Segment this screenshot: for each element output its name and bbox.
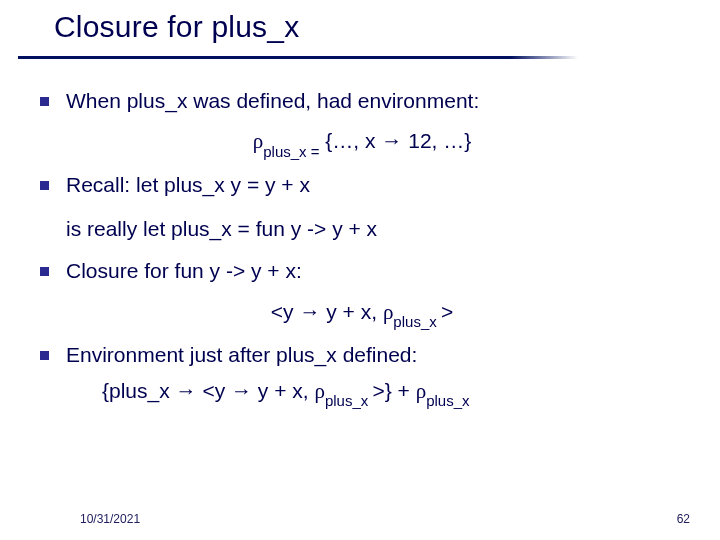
bullet-1-text: When plus_x was defined, had environment… xyxy=(66,89,479,112)
slide-title: Closure for plus_x xyxy=(54,10,720,44)
final-a: {plus_x → <y → y + x, xyxy=(102,379,314,402)
bullet-3: Closure for fun y -> y + x: xyxy=(36,257,688,285)
closure-post: > xyxy=(441,300,453,323)
rho-symbol: ρ xyxy=(253,129,263,153)
rho-symbol: ρ xyxy=(314,379,324,403)
bullet-4-text: Environment just after plus_x defined: xyxy=(66,343,417,366)
bullet-3-code: fun y -> y + x xyxy=(175,259,296,282)
env-line: ρplus_x = {…, x → 12, …} xyxy=(36,129,688,156)
bullet-icon xyxy=(40,97,49,106)
bullet-icon xyxy=(40,267,49,276)
is-really-code: let plus_x = fun y -> y + x xyxy=(143,217,377,240)
final-env-line: {plus_x → <y → y + x, ρplus_x >} + ρplus… xyxy=(36,379,688,406)
is-really-pre: is really xyxy=(66,217,143,240)
content-area: When plus_x was defined, had environment… xyxy=(0,59,720,406)
rho-symbol: ρ xyxy=(416,379,426,403)
bullet-list-2b: is really let plus_x = fun y -> y + x xyxy=(36,215,688,243)
footer-page: 62 xyxy=(677,512,690,526)
env-set: {…, x → 12, …} xyxy=(320,129,472,152)
bullet-3-post: : xyxy=(296,259,302,282)
bullet-2: Recall: let plus_x y = y + x xyxy=(36,171,688,199)
env-subscript: plus_x = xyxy=(263,143,319,160)
closure-line: <y → y + x, ρplus_x > xyxy=(36,300,688,327)
bullet-icon xyxy=(40,181,49,190)
bullet-list-4: Environment just after plus_x defined: xyxy=(36,341,688,369)
bullet-2-pre: Recall: xyxy=(66,173,136,196)
bullet-2-code: let plus_x y = y + x xyxy=(136,173,310,196)
bullet-list-3: Closure for fun y -> y + x: xyxy=(36,257,688,285)
rho-symbol: ρ xyxy=(383,300,393,324)
bullet-4: Environment just after plus_x defined: xyxy=(36,341,688,369)
final-sub1: plus_x xyxy=(325,392,373,409)
bullet-1: When plus_x was defined, had environment… xyxy=(36,87,688,115)
bullet-list: When plus_x was defined, had environment… xyxy=(36,87,688,115)
is-really-line: is really let plus_x = fun y -> y + x xyxy=(36,215,688,243)
bullet-list-2: Recall: let plus_x y = y + x xyxy=(36,171,688,199)
title-area: Closure for plus_x xyxy=(0,0,720,50)
final-sub2: plus_x xyxy=(426,392,469,409)
footer-date: 10/31/2021 xyxy=(80,512,140,526)
closure-sub: plus_x xyxy=(393,313,441,330)
closure-pre: <y → y + x, xyxy=(271,300,383,323)
final-b: >} + xyxy=(372,379,415,402)
slide: Closure for plus_x When plus_x was defin… xyxy=(0,0,720,540)
bullet-3-pre: Closure for xyxy=(66,259,175,282)
bullet-icon xyxy=(40,351,49,360)
footer: 10/31/2021 62 xyxy=(0,512,720,526)
